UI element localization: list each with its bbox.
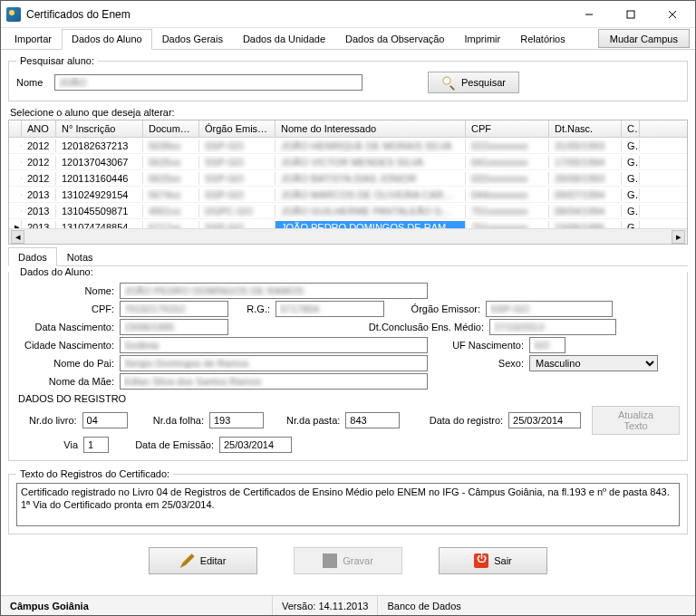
tab-imprimir[interactable]: Imprimir xyxy=(454,29,510,50)
field-cidade[interactable] xyxy=(120,337,428,353)
aluno-legend: Dados do Aluno: xyxy=(16,266,97,277)
editar-button[interactable]: Editar xyxy=(149,547,257,574)
col-header[interactable]: Ci xyxy=(622,120,640,137)
label-livro: Nr.do livro: xyxy=(16,415,77,426)
label-via: Via xyxy=(16,439,78,450)
label-rg: R.G.: xyxy=(234,303,270,314)
edit-icon xyxy=(180,553,195,568)
titlebar: Certificados do Enem xyxy=(1,1,695,28)
field-nome[interactable] xyxy=(120,283,428,299)
search-fieldset: Pesquisar aluno: Nome Pesquisar xyxy=(8,55,688,101)
field-data-registro[interactable] xyxy=(508,412,581,428)
table-row[interactable]: 20121201370430675625xxSSP-GOJOÃO VICTOR … xyxy=(9,154,687,170)
tab-dados-do-aluno[interactable]: Dados do Aluno xyxy=(62,29,152,50)
search-input[interactable] xyxy=(54,74,362,91)
save-icon xyxy=(323,553,337,568)
label-mae: Nome da Mãe: xyxy=(16,376,114,387)
search-button[interactable]: Pesquisar xyxy=(428,72,519,93)
table-row[interactable]: 20121201826372135039xxSSP-GOJOÃO HENRIQU… xyxy=(9,138,687,154)
tab-dados-da-unidade[interactable]: Dados da Unidade xyxy=(233,29,335,50)
gravar-button[interactable]: Gravar xyxy=(294,547,402,574)
field-dtconcl[interactable] xyxy=(489,319,616,335)
label-sexo: Sexo: xyxy=(433,358,524,369)
aluno-fieldset: Dados do Aluno: Nome: CPF: R.G.: Órgão E… xyxy=(8,266,688,461)
texto-certificado[interactable]: Certificado registrado no Livro 04 de Re… xyxy=(16,483,680,526)
tab-dados-gerais[interactable]: Dados Gerais xyxy=(152,29,233,50)
label-uf: UF Nascimento: xyxy=(433,340,524,351)
field-rg[interactable] xyxy=(276,301,384,317)
label-cpf: CPF: xyxy=(16,303,114,314)
field-pai[interactable] xyxy=(120,355,428,371)
tab-dados-da-observa-o[interactable]: Dados da Observação xyxy=(335,29,454,50)
texto-legend: Texto do Registros do Certificado: xyxy=(16,468,173,479)
table-row[interactable]: 20131310455098714901xxDGPC-GOJOÃO GUILHE… xyxy=(9,203,687,219)
label-data-registro: Data do registro: xyxy=(405,415,503,426)
label-dtconcl: Dt.Conclusão Ens. Médio: xyxy=(234,322,484,332)
app-window: Certificados do Enem ImportarDados do Al… xyxy=(0,0,696,616)
label-folha: Nr.da folha: xyxy=(133,415,204,426)
grid-scrollbar[interactable]: ◂ ▸ xyxy=(9,228,687,244)
field-pasta[interactable] xyxy=(345,412,400,428)
field-dtnasc[interactable] xyxy=(120,319,228,335)
col-header[interactable]: CPF xyxy=(466,120,549,137)
table-row[interactable]: 20121201131604465620xxSSP-GOJOÃO BATISTA… xyxy=(9,170,687,187)
field-mae[interactable] xyxy=(120,373,428,390)
texto-fieldset: Texto do Registros do Certificado: Certi… xyxy=(8,468,688,534)
editar-label: Editar xyxy=(200,555,227,566)
exit-icon xyxy=(474,553,488,568)
maximize-button[interactable] xyxy=(610,2,652,27)
detail-tabs: DadosNotas xyxy=(8,246,688,266)
col-header[interactable]: N° Inscrição xyxy=(56,120,143,137)
status-banco: Banco de Dados xyxy=(378,596,469,615)
action-buttons: Editar Gravar Sair xyxy=(8,540,688,580)
label-dtnasc: Data Nascimento: xyxy=(16,322,114,332)
label-orgao: Órgão Emissor: xyxy=(390,303,480,314)
table-row[interactable]: ▸20131310747488545717xxSSP-GOJOÃO PEDRO … xyxy=(9,219,687,228)
close-button[interactable] xyxy=(652,2,693,27)
label-pai: Nome do Pai: xyxy=(16,358,114,369)
window-title: Certificados do Enem xyxy=(26,8,568,21)
field-livro[interactable] xyxy=(82,412,128,428)
field-uf[interactable] xyxy=(529,337,566,353)
sair-button[interactable]: Sair xyxy=(439,547,547,574)
table-row[interactable]: 20131310249291545674xxSSP-GOJOÃO MARCOS … xyxy=(9,187,687,203)
status-versao: Versão: 14.11.2013 xyxy=(273,596,378,615)
label-emissao: Data de Emissão: xyxy=(114,439,214,450)
label-cidade: Cidade Nascimento: xyxy=(16,340,114,351)
col-header[interactable]: Dt.Nasc. xyxy=(549,120,622,137)
search-icon xyxy=(441,75,456,90)
search-legend: Pesquisar aluno: xyxy=(16,55,98,66)
select-legend: Selecione o aluno que deseja alterar: xyxy=(10,107,688,118)
scroll-left-icon[interactable]: ◂ xyxy=(11,230,24,244)
field-cpf[interactable] xyxy=(120,301,228,317)
minimize-button[interactable] xyxy=(568,2,610,27)
col-header[interactable]: ANO xyxy=(22,120,56,137)
field-via[interactable] xyxy=(83,437,109,453)
status-campus: Câmpus Goiânia xyxy=(1,596,273,615)
statusbar: Câmpus Goiânia Versão: 14.11.2013 Banco … xyxy=(1,595,695,615)
sair-label: Sair xyxy=(494,555,512,566)
field-sexo[interactable]: Masculino xyxy=(529,355,658,371)
label-nome: Nome: xyxy=(16,285,114,296)
subtab-notas[interactable]: Notas xyxy=(57,247,103,266)
student-grid[interactable]: ANON° InscriçãoDocumentoÓrgão EmissorNom… xyxy=(8,120,688,245)
scroll-right-icon[interactable]: ▸ xyxy=(672,230,685,244)
field-folha[interactable] xyxy=(209,412,264,428)
search-button-label: Pesquisar xyxy=(461,77,506,88)
nome-label: Nome xyxy=(16,77,49,88)
main-tabs: ImportarDados do AlunoDados GeraisDados … xyxy=(1,28,695,50)
col-header[interactable]: Documento xyxy=(143,120,199,137)
tab-relat-rios[interactable]: Relatórios xyxy=(510,29,575,50)
svg-rect-0 xyxy=(627,11,634,18)
subtab-dados[interactable]: Dados xyxy=(8,247,57,266)
mudar-campus-button[interactable]: Mudar Campus xyxy=(598,29,690,48)
registro-legend: DADOS DO REGISTRO xyxy=(18,393,680,404)
atualiza-texto-button[interactable]: Atualiza Texto xyxy=(592,406,680,435)
field-orgao[interactable] xyxy=(486,301,613,317)
app-icon xyxy=(6,7,21,22)
label-pasta: Nr.da pasta: xyxy=(269,415,340,426)
tab-importar[interactable]: Importar xyxy=(5,29,62,50)
col-header[interactable]: Órgão Emissor xyxy=(199,120,276,137)
col-header[interactable]: Nome do Interessado xyxy=(276,120,466,137)
field-emissao[interactable] xyxy=(219,437,292,453)
